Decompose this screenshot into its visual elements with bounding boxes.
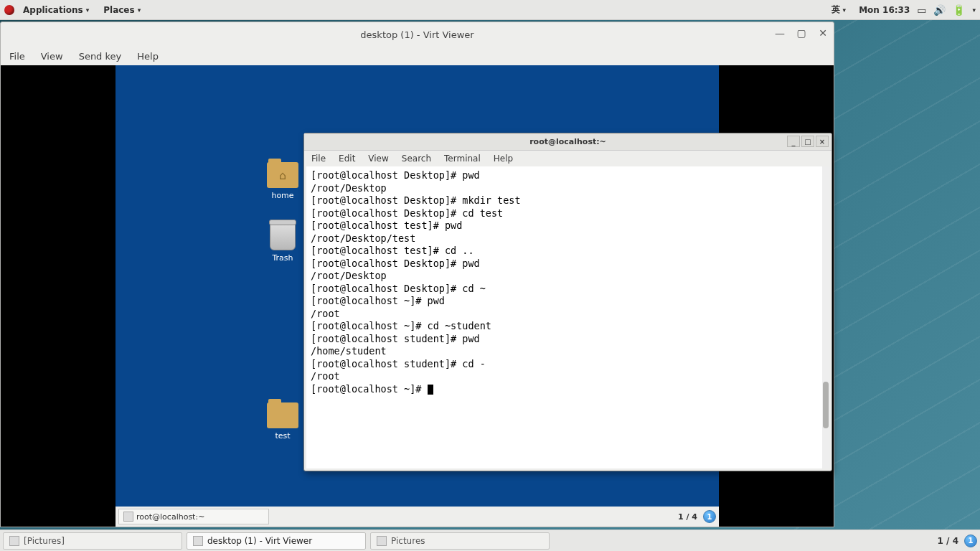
folder-icon [267, 162, 298, 188]
terminal-title-text: root@localhost:~ [529, 137, 606, 146]
virt-menu-sendkey[interactable]: Send key [79, 51, 122, 62]
virt-title-text: desktop (1) - Virt Viewer [360, 29, 473, 40]
terminal-menu-search[interactable]: Search [402, 154, 431, 164]
scrollbar-thumb[interactable] [823, 382, 829, 428]
terminal-body[interactable]: [root@localhost Desktop]# pwd /root/Desk… [306, 166, 829, 468]
minimize-button[interactable]: — [773, 27, 786, 39]
terminal-window: root@localhost:~ _ □ × File Edit View Se… [303, 133, 832, 471]
places-menu[interactable]: Places▾ [98, 3, 146, 17]
guest-taskbar: root@localhost:~ 1 / 4 1 [116, 507, 719, 527]
gnome-bottom-panel: [Pictures] desktop (1) - Virt Viewer Pic… [0, 529, 980, 551]
desktop-icon-test[interactable]: test [258, 402, 308, 441]
desktop-icon-trash[interactable]: Trash [258, 222, 308, 263]
guest-workspace-badge[interactable]: 1 [703, 510, 716, 523]
gnome-top-panel: Applications▾ Places▾ 英▾ Mon 16:33 ▭ 🔊 🔋… [0, 0, 980, 20]
ime-indicator[interactable]: 英▾ [826, 1, 852, 18]
task-pictures-1[interactable]: [Pictures] [3, 532, 182, 550]
terminal-minimize-button[interactable]: _ [787, 136, 800, 147]
terminal-menu-edit[interactable]: Edit [339, 154, 355, 164]
display-icon[interactable]: ▭ [917, 4, 926, 16]
trash-icon [270, 222, 296, 250]
redhat-icon [4, 5, 14, 15]
clock[interactable]: Mon 16:33 [859, 5, 910, 15]
close-button[interactable]: ✕ [816, 27, 829, 39]
virt-menu-help[interactable]: Help [137, 51, 159, 62]
virt-menubar: File View Send key Help [1, 47, 834, 65]
window-icon [193, 536, 203, 546]
workspace-indicator[interactable]: 1 / 4 [938, 536, 958, 546]
terminal-icon [123, 512, 133, 522]
terminal-menu-view[interactable]: View [368, 154, 388, 164]
terminal-close-button[interactable]: × [816, 136, 829, 147]
user-menu-caret[interactable]: ▾ [972, 6, 976, 14]
applications-menu[interactable]: Applications▾ [17, 3, 95, 17]
terminal-maximize-button[interactable]: □ [801, 136, 814, 147]
virt-menu-file[interactable]: File [9, 51, 25, 62]
guest-workspace-indicator[interactable]: 1 / 4 [678, 512, 697, 522]
folder-icon [267, 402, 298, 428]
desktop-icon-home[interactable]: home [258, 162, 308, 200]
terminal-cursor [428, 385, 433, 395]
task-pictures-2[interactable]: Pictures [370, 532, 550, 550]
terminal-scrollbar[interactable] [822, 166, 829, 468]
window-icon [377, 536, 387, 546]
battery-icon[interactable]: 🔋 [953, 4, 965, 16]
maximize-button[interactable]: ▢ [795, 27, 808, 39]
virt-titlebar[interactable]: desktop (1) - Virt Viewer — ▢ ✕ [1, 22, 834, 47]
volume-icon[interactable]: 🔊 [933, 4, 946, 16]
terminal-menubar: File Edit View Search Terminal Help [304, 151, 831, 166]
window-icon [9, 536, 19, 546]
workspace-badge[interactable]: 1 [964, 534, 977, 547]
terminal-titlebar[interactable]: root@localhost:~ _ □ × [304, 133, 831, 151]
terminal-menu-file[interactable]: File [311, 154, 326, 164]
task-virt-viewer[interactable]: desktop (1) - Virt Viewer [187, 532, 366, 550]
terminal-menu-help[interactable]: Help [494, 154, 513, 164]
virt-menu-view[interactable]: View [41, 51, 63, 62]
guest-task-terminal[interactable]: root@localhost:~ [118, 509, 269, 524]
terminal-menu-terminal[interactable]: Terminal [444, 154, 481, 164]
